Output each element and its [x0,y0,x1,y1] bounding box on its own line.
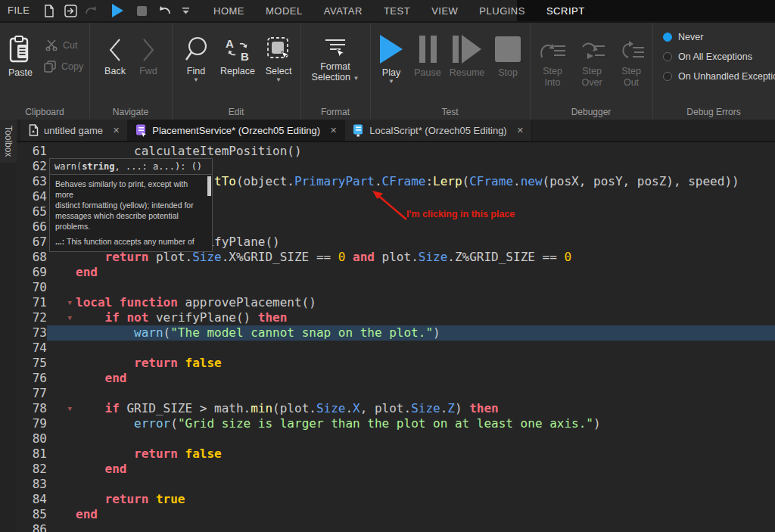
code-line-84[interactable]: 84 return true [17,492,775,507]
ribbon-group-test: Play ▼ Pause Resume Stop Test [370,23,531,120]
radio-option-0[interactable]: Never [663,32,775,42]
fold-gutter [47,522,76,532]
menu-item-model[interactable]: MODEL [255,0,313,21]
play-icon[interactable] [109,2,126,19]
paste-label: Paste [8,67,33,78]
find-icon [184,36,208,62]
code-line-83[interactable]: 83 [17,477,775,492]
code-line-73[interactable]: 73 warn("The model cannot snap on the pl… [17,325,775,341]
code-line-71[interactable]: 71▼local function approvePlacement() [17,295,775,310]
code-text[interactable]: end [76,371,775,386]
code-line-75[interactable]: 75 return false [17,356,775,371]
code-text[interactable]: end [76,265,775,280]
code-text[interactable]: return false [76,356,775,371]
step-over-label-2: Over [581,77,602,88]
code-line-70[interactable]: 70 [17,280,775,295]
open-place-icon[interactable] [62,2,79,19]
select-button[interactable]: Select ▼ [261,36,296,82]
code-text[interactable] [76,431,775,446]
code-text[interactable]: warn("The model cannot snap on the plot.… [76,325,775,341]
menu-item-avatar[interactable]: AVATAR [313,0,373,21]
code-text[interactable] [76,341,775,356]
ribbon-stop-button[interactable]: Stop [491,35,524,78]
code-text[interactable]: end [76,507,775,522]
pause-button[interactable]: Pause [411,35,444,78]
fold-arrow-icon[interactable]: ▼ [47,401,76,416]
format-group-label: Format [300,107,370,117]
code-line-85[interactable]: 85end [17,507,775,522]
line-number: 71 [17,295,47,310]
customize-caret-icon[interactable] [177,2,194,19]
resume-button[interactable]: Resume [446,35,488,78]
line-number: 63 [17,174,47,189]
svg-text:A: A [226,37,234,50]
menu-item-test[interactable]: TEST [373,0,421,21]
format-selection-icon [324,38,347,58]
new-document-icon[interactable] [41,2,58,19]
code-text[interactable] [76,280,775,295]
code-line-80[interactable]: 80 [17,431,775,446]
toolbox-dock-tab[interactable]: Toolbox [0,120,17,163]
fold-arrow-icon[interactable]: ▼ [47,295,76,310]
paste-button[interactable]: Paste [3,35,38,78]
code-text[interactable] [76,522,775,532]
find-button[interactable]: Find ▼ [179,36,213,82]
ribbon-play-button[interactable]: Play ▼ [375,35,408,84]
code-line-78[interactable]: 78▼ if GRID_SIZE > math.min(plot.Size.X,… [17,401,775,416]
code-line-79[interactable]: 79 error("Grid size is larger than the p… [17,416,775,431]
step-out-button[interactable]: Step Out [615,39,648,88]
doc-tab[interactable]: LocalScript* (Orzech05 Editing)✕ [345,120,532,141]
fwd-button[interactable]: Fwd [133,38,163,76]
tab-close-icon[interactable]: ✕ [330,126,337,135]
code-text[interactable]: if GRID_SIZE > math.min(plot.Size.X, plo… [76,401,775,416]
menu-item-home[interactable]: HOME [203,0,255,21]
code-text[interactable] [76,386,775,401]
undo-icon[interactable] [156,2,173,19]
code-text[interactable]: error("Grid size is larger than the plot… [76,416,775,431]
code-line-61[interactable]: 61 calculateItemPosition() [17,144,775,159]
code-text[interactable]: end [76,462,775,477]
redo-icon[interactable] [83,2,100,19]
code-text[interactable]: if not verifyPlane() then [76,310,775,325]
cut-icon [45,39,58,51]
tab-close-icon[interactable]: ✕ [517,126,524,135]
doc-tab[interactable]: PlacementService* (Orzech05 Editing)✕ [128,120,345,141]
radio-dot-icon [663,33,672,42]
menu-item-script[interactable]: SCRIPT [536,0,596,21]
copy-button[interactable]: Copy [44,61,83,73]
file-menu-button[interactable]: FILE [8,5,30,16]
radio-option-2[interactable]: On Unhandled Exceptions [663,71,775,82]
code-text[interactable]: local function approvePlacement() [76,295,775,310]
back-button[interactable]: Back [100,38,130,76]
replace-button[interactable]: AB Replace [216,36,260,76]
menu-item-view[interactable]: VIEW [421,0,468,21]
code-text[interactable]: return false [76,446,775,462]
code-line-69[interactable]: 69end [17,265,775,280]
code-text[interactable]: return plot.Size.X%GRID_SIZE == 0 and pl… [76,250,775,265]
code-line-77[interactable]: 77 [17,386,775,401]
code-line-68[interactable]: 68 return plot.Size.X%GRID_SIZE == 0 and… [17,250,775,265]
step-over-button[interactable]: Step Over [575,39,608,88]
code-line-72[interactable]: 72▼ if not verifyPlane() then [17,310,775,325]
line-number: 67 [17,235,47,250]
format-selection-button[interactable]: Format Selection ▼ [311,38,359,82]
code-line-81[interactable]: 81 return false [17,446,775,462]
code-line-76[interactable]: 76 end [17,371,775,386]
cut-button[interactable]: Cut [45,39,77,51]
tooltip-scrollbar-thumb[interactable] [207,176,211,196]
code-text[interactable] [76,477,775,492]
step-out-icon [618,39,645,62]
step-over-icon [578,39,605,62]
doc-tab[interactable]: untitled game✕ [21,120,128,141]
menu-item-plugins[interactable]: PLUGINS [468,0,536,21]
code-line-74[interactable]: 74 [17,341,775,356]
tab-close-icon[interactable]: ✕ [113,126,120,135]
fold-arrow-icon[interactable]: ▼ [47,310,76,325]
code-line-86[interactable]: 86 [17,522,775,532]
radio-option-1[interactable]: On All Exceptions [663,51,775,62]
stop-icon[interactable] [133,2,150,19]
code-line-82[interactable]: 82 end [17,462,775,477]
step-into-button[interactable]: Step Into [536,39,569,88]
code-text[interactable]: calculateItemPosition() [76,144,775,159]
code-text[interactable]: return true [76,492,775,507]
